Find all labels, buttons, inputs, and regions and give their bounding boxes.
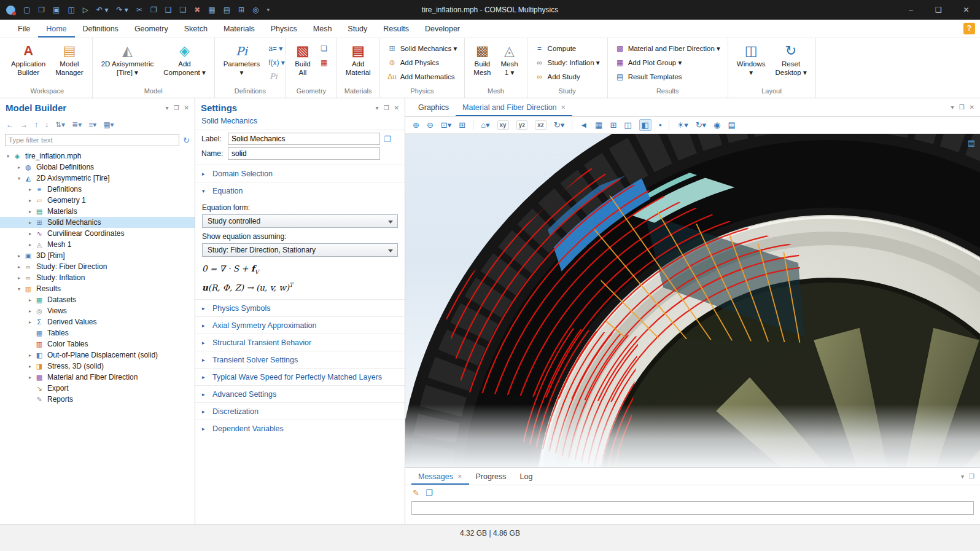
compute-button[interactable]: = Compute [532,41,603,55]
tab-physics[interactable]: Physics [263,20,305,37]
axisymmetric-component-button[interactable]: ◭ 2D Axisymmetric [Tire] ▾ [97,40,158,79]
transparency-icon[interactable]: ◧ [639,119,651,131]
tree-item-views[interactable]: ▸◎Views [0,305,195,316]
snapshot-icon[interactable]: ◉ [714,120,720,130]
chevron-icon[interactable]: ▸ [15,264,23,270]
add-study-button[interactable]: ∞ Add Study [532,69,603,84]
close-button[interactable]: ✕ [952,0,980,20]
tab-developer[interactable]: Developer [417,20,468,37]
tree-item-export[interactable]: ↘Export [0,383,195,394]
build-mesh-button[interactable]: ▩ Build Mesh [469,40,495,79]
tree-item-tire-inflation-mph[interactable]: ▾◈tire_inflation.mph [0,150,195,162]
tree-item-datasets[interactable]: ▸▦Datasets [0,294,195,305]
variables-button[interactable]: a= ▾ [265,41,281,55]
section-domain-selection[interactable]: ▸ Domain Selection [195,165,405,182]
messages-input[interactable] [411,501,974,515]
chevron-icon[interactable]: ▸ [26,242,34,248]
section-equation[interactable]: ▾ Equation [195,182,405,199]
zoom-extents-icon[interactable]: ⊞ [238,5,244,15]
tree-item-definitions[interactable]: ▸≡Definitions [0,184,195,195]
save-icon[interactable]: ▣ [53,5,60,15]
add-mathematics-button[interactable]: Δu Add Mathematics [384,69,461,84]
tree-item-2d-axisymmetric-tire[interactable]: ▾◭2D Axisymmetric [Tire] [0,173,195,184]
insert-sequence-button[interactable]: ❏ [316,41,332,55]
tree-item-out-of-plane-displacement[interactable]: ▸◧Out-of-Plane Displacement (solid) [0,350,195,361]
chevron-icon[interactable]: ▸ [26,319,34,325]
go-to-view-icon[interactable]: ⌂▾ [481,120,489,130]
add-material-button[interactable]: ▤ Add Material [341,40,375,79]
tab-study[interactable]: Study [340,20,375,37]
tree-item-3d-rim[interactable]: ▸▣3D [Rim] [0,250,195,261]
mesh-1-button[interactable]: ◬ Mesh 1 ▾ [496,40,522,79]
float-panel-icon[interactable]: ❐ [174,104,179,111]
zoom-extents-icon[interactable]: ⊞ [459,120,465,130]
windows-button[interactable]: ◫ Windows ▾ [733,40,770,79]
collapse-all-icon[interactable]: ≣▾ [72,120,82,129]
show-equation-select[interactable]: Study: Fiber Direction, Stationary [202,243,398,257]
float-panel-icon[interactable]: ❐ [969,473,974,480]
parameters-button[interactable]: Pi Parameters ▾ [219,40,264,79]
parameter-case-button[interactable]: Pi [265,69,281,84]
tree-item-materials[interactable]: ▸▤Materials [0,206,195,217]
rotate-view-icon[interactable]: ↻▾ [554,120,564,130]
solid-mechanics-button[interactable]: ⊞ Solid Mechanics ▾ [384,41,461,55]
float-panel-icon[interactable]: ❐ [959,104,965,111]
zoom-in-icon[interactable]: ⊕ [413,120,419,130]
chevron-icon[interactable]: ▸ [26,375,34,380]
view-yz-icon[interactable]: yz [516,120,528,130]
filter-input[interactable] [5,134,179,146]
chevron-icon[interactable]: ▸ [26,198,34,203]
node-group-icon[interactable]: ▦▾ [103,120,114,129]
section-discretization[interactable]: ▸ Discretization [195,402,405,420]
copy-table-icon[interactable]: ❐ [426,488,433,498]
build-all-button[interactable]: ▧ Build All [290,40,315,79]
close-tab-icon[interactable]: ✕ [457,474,462,480]
equation-form-select[interactable]: Study controlled [202,214,398,228]
chevron-icon[interactable]: ▸ [15,165,23,170]
label-field[interactable] [228,133,380,145]
tree-item-color-tables[interactable]: ▥Color Tables [0,338,195,350]
name-field[interactable] [228,147,380,160]
tree-item-derived-values[interactable]: ▸ΣDerived Values [0,316,195,327]
tree-item-study-fiber-direction[interactable]: ▸∞Study: Fiber Direction [0,261,195,272]
add-plot-group-button[interactable]: ▦ Add Plot Group ▾ [612,55,723,69]
section-dependent-variables[interactable]: ▸ Dependent Variables [195,420,405,437]
chevron-icon[interactable]: ▸ [26,231,34,236]
tree-item-stress-3d[interactable]: ▸◨Stress, 3D (solid) [0,361,195,372]
rename-label-button[interactable]: ❐ [384,135,391,144]
tree-item-curvilinear-coordinates[interactable]: ▸∿Curvilinear Coordinates [0,228,195,239]
tab-graphics[interactable]: Graphics [411,98,456,116]
chevron-icon[interactable]: ▾ [15,286,23,292]
show-options-icon[interactable]: ⇅▾ [55,120,65,129]
tree-item-global-definitions[interactable]: ▸◍Global Definitions [0,162,195,173]
functions-button[interactable]: f(x) ▾ [265,55,281,69]
tree-item-tables[interactable]: ▦Tables [0,327,195,338]
save-as-icon[interactable]: ◫ [68,5,74,15]
new-file-icon[interactable]: ▢ [23,5,30,15]
section-structural-transient-behavior[interactable]: ▸ Structural Transient Behavior [195,334,405,351]
update-icon[interactable]: ↻▾ [696,120,706,130]
chevron-icon[interactable]: ▸ [26,364,34,369]
print-icon[interactable]: ▤ [728,120,735,130]
result-templates-button[interactable]: ▤ Result Templates [612,69,723,84]
tree-item-mesh-1[interactable]: ▸◬Mesh 1 [0,239,195,250]
sound-icon[interactable]: ◄ [580,120,588,130]
close-panel-icon[interactable]: ✕ [394,104,399,111]
close-panel-icon[interactable]: ✕ [184,104,189,111]
collapse-panel-icon[interactable]: ▾ [961,473,964,480]
chevron-icon[interactable]: ▸ [26,353,34,358]
material-fiber-direction-button[interactable]: ▩ Material and Fiber Direction ▾ [612,41,723,55]
forward-icon[interactable]: → [20,120,28,129]
tab-file[interactable]: File [10,20,38,37]
view-xz-icon[interactable]: xz [535,120,546,130]
view-xy-icon[interactable]: xy [497,120,509,130]
window-split-icon[interactable]: ◫ [624,120,631,130]
model-manager-button[interactable]: ▤ Model Manager [51,40,87,79]
close-tab-icon[interactable]: ✕ [561,104,566,111]
table-icon[interactable]: ⊞ [610,120,616,130]
matrix-icon[interactable]: ▤ [224,5,230,15]
float-panel-icon[interactable]: ❐ [384,104,389,111]
section-physics-symbols[interactable]: ▸ Physics Symbols [195,299,405,316]
chevron-icon[interactable]: ▾ [4,154,12,159]
indices-icon[interactable]: ▦ [208,5,215,15]
